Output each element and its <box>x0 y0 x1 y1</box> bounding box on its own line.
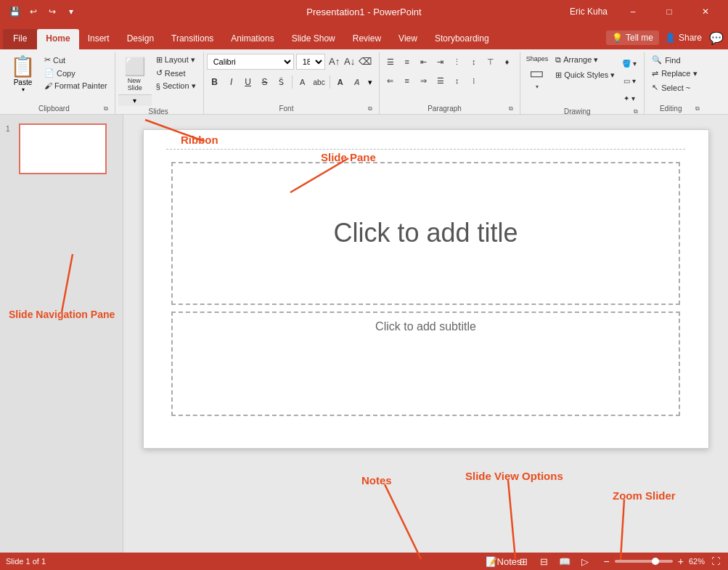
redo-quick-btn[interactable]: ↪ <box>44 3 61 20</box>
replace-btn[interactable]: ⇌ Replace ▾ <box>647 68 701 80</box>
center-btn[interactable]: ≡ <box>399 73 415 89</box>
tab-slideshow[interactable]: Slide Show <box>283 29 344 49</box>
paste-btn[interactable]: 📋 Paste ▾ <box>6 54 40 96</box>
format-painter-btn[interactable]: 🖌 Format Painter <box>41 80 110 91</box>
restore-btn[interactable]: □ <box>653 0 686 23</box>
shape-fill-btn[interactable]: 🪣 ▾ <box>619 55 639 71</box>
clipboard-expand-btn[interactable]: ⧉ <box>102 105 110 113</box>
editing-content: 🔍 Find ⇌ Replace ▾ ↖ Select ~ <box>647 54 701 103</box>
tab-review[interactable]: Review <box>344 29 390 49</box>
tab-home[interactable]: Home <box>37 29 78 49</box>
inc-indent-btn[interactable]: ⇥ <box>433 54 449 70</box>
quick-styles-btn[interactable]: ⊞ Quick Styles ▾ <box>552 69 618 81</box>
slide-subtitle-text: Click to add subtitle <box>375 320 476 333</box>
col-spacing-btn[interactable]: ⋮ <box>449 54 465 70</box>
font-color-btn[interactable]: A <box>295 74 311 90</box>
italic-btn[interactable]: I <box>224 74 240 90</box>
title-bar-left: 💾 ↩ ↪ ▾ <box>6 3 86 20</box>
slide-title-placeholder[interactable]: Click to add title <box>171 162 679 305</box>
close-btn[interactable]: ✕ <box>689 0 722 23</box>
quick-styles-icon: ⊞ <box>555 70 562 80</box>
clear-format-btn[interactable]: ⌫ <box>358 54 372 68</box>
font-name-select[interactable]: Calibri <box>207 54 294 70</box>
tab-transitions[interactable]: Transitions <box>163 29 222 49</box>
fit-slide-btn[interactable]: ⛶ <box>709 555 722 567</box>
dec-indent-btn[interactable]: ⇤ <box>416 54 432 70</box>
bullets-btn[interactable]: ☰ <box>383 54 398 70</box>
slide-canvas[interactable]: Click to add title Click to add subtitle <box>143 129 709 449</box>
slide-subtitle-placeholder[interactable]: Click to add subtitle <box>171 312 679 417</box>
align-right-btn[interactable]: ⇒ <box>416 73 432 89</box>
cut-btn[interactable]: ✂ Cut <box>41 54 110 66</box>
save-quick-btn[interactable]: 💾 <box>6 3 23 20</box>
increase-font-btn[interactable]: A↑ <box>327 54 342 68</box>
undo-quick-btn[interactable]: ↩ <box>25 3 42 20</box>
ribbon: 📋 Paste ▾ ✂ Cut 📄 Copy 🖌 Format Painter <box>0 49 728 115</box>
zoom-thumb <box>652 558 659 565</box>
minimize-btn[interactable]: – <box>616 0 650 23</box>
shapes-btn[interactable]: Shapes ▭ ▾ <box>523 54 552 91</box>
reading-view-icon: 📖 <box>559 556 570 567</box>
shape-effects-btn[interactable]: ✦ ▾ <box>619 90 639 106</box>
reset-btn[interactable]: ↺ Reset <box>153 67 199 79</box>
zoom-slider[interactable] <box>615 560 673 563</box>
strikethrough2-btn[interactable]: abc <box>311 74 327 90</box>
slide-sorter-btn[interactable]: ⊟ <box>536 555 552 568</box>
arrange-icon: ⧉ <box>555 55 561 65</box>
align-left-btn[interactable]: ⇐ <box>383 73 398 89</box>
slideshow-view-btn[interactable]: ▷ <box>577 555 593 568</box>
arrange-btn[interactable]: ⧉ Arrange ▾ <box>552 54 618 66</box>
paragraph-footer: Paragraph ⧉ <box>383 103 515 114</box>
slides-content: ⬜ NewSlide ▾ ⊞ Layout ▾ ↺ Reset § <box>118 54 199 106</box>
editing-expand-btn[interactable]: ⧉ <box>694 105 701 113</box>
underline-btn[interactable]: U <box>240 74 256 90</box>
comments-btn[interactable]: 💬 <box>708 29 725 46</box>
tab-view[interactable]: View <box>390 29 426 49</box>
customize-quick-btn[interactable]: ▾ <box>62 3 80 20</box>
convert-smartart-btn[interactable]: ♦ <box>499 54 515 70</box>
shadow-btn[interactable]: S̈ <box>274 74 290 90</box>
tab-animations[interactable]: Animations <box>222 29 282 49</box>
tell-me-btn[interactable]: 💡 Tell me <box>606 30 659 45</box>
tab-insert[interactable]: Insert <box>79 29 118 49</box>
font-expand-btn[interactable]: ⧉ <box>366 105 374 113</box>
share-label: Share <box>679 33 702 43</box>
new-slide-icon-area: ⬜ NewSlide <box>118 54 152 94</box>
paragraph-expand-btn[interactable]: ⧉ <box>507 105 515 113</box>
notes-btn[interactable]: 📝 Notes <box>496 555 512 568</box>
slide-thumbnail[interactable] <box>19 123 107 174</box>
strikethrough-btn[interactable]: S <box>257 74 273 90</box>
shapes-label-top: Shapes <box>526 55 549 62</box>
columns-btn[interactable]: ⫶ <box>466 73 482 89</box>
main-area: 1 Click to add title Click to add subtit… <box>0 115 728 553</box>
layout-btn[interactable]: ⊞ Layout ▾ <box>153 54 199 66</box>
bold-btn[interactable]: B <box>207 74 223 90</box>
numbering-btn[interactable]: ≡ <box>399 54 415 70</box>
shape-outline-btn[interactable]: ▭ ▾ <box>619 73 639 89</box>
direction-btn[interactable]: ↕ <box>466 54 482 70</box>
text-shadow-btn[interactable]: A <box>332 74 348 90</box>
select-btn[interactable]: ↖ Select ~ <box>647 81 695 94</box>
decrease-font-btn[interactable]: A↓ <box>343 54 357 68</box>
tab-design[interactable]: Design <box>118 29 163 49</box>
clipboard-small-btns: ✂ Cut 📄 Copy 🖌 Format Painter <box>41 54 110 91</box>
para-row-1: ☰ ≡ ⇤ ⇥ ⋮ ↕ ⊤ ♦ <box>383 54 515 70</box>
zoom-in-btn[interactable]: + <box>676 555 686 567</box>
justify-btn[interactable]: ☰ <box>433 73 449 89</box>
copy-btn[interactable]: 📄 Copy <box>41 67 110 79</box>
line-spacing-btn[interactable]: ↕ <box>449 73 465 89</box>
font-size-select[interactable]: 18 <box>296 54 325 70</box>
tab-file[interactable]: File <box>3 29 37 49</box>
zoom-out-btn[interactable]: − <box>602 555 612 567</box>
find-btn[interactable]: 🔍 Find <box>647 54 684 66</box>
new-slide-dropdown[interactable]: ▾ <box>118 94 152 106</box>
new-slide-btn[interactable]: ⬜ NewSlide ▾ <box>118 54 152 106</box>
font-arrow-btn[interactable]: ▾ <box>366 76 375 89</box>
reading-view-btn[interactable]: 📖 <box>557 555 573 568</box>
section-btn[interactable]: § Section ▾ <box>153 80 199 92</box>
text-effects-btn[interactable]: A <box>349 74 365 90</box>
tab-storyboarding[interactable]: Storyboarding <box>426 29 498 49</box>
share-btn[interactable]: 👤 Share <box>665 33 702 43</box>
align-text-btn[interactable]: ⊤ <box>483 54 499 70</box>
normal-view-btn[interactable]: ⊞ <box>516 555 532 568</box>
